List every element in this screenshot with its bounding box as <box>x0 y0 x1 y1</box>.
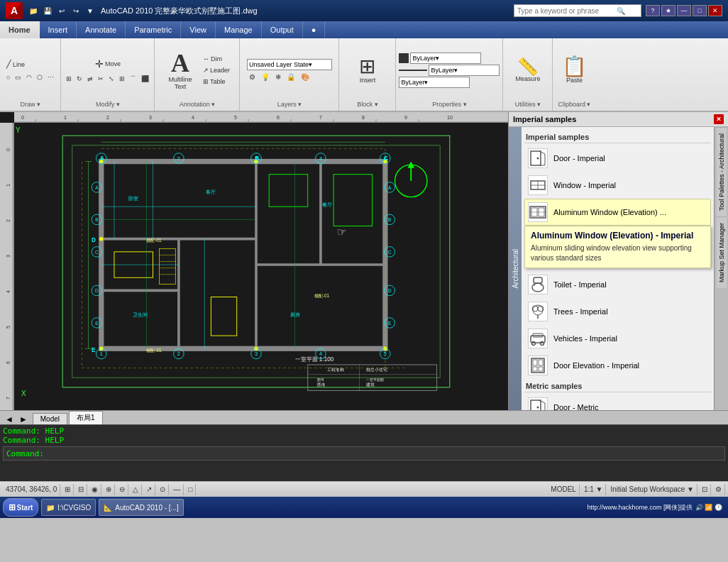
undo-btn[interactable]: ↩ <box>55 4 68 17</box>
layer-freeze-btn[interactable]: ❄ <box>273 72 283 82</box>
door-elevation-item[interactable]: Door Elevation - Imperial <box>524 352 711 379</box>
svg-rect-141 <box>531 151 541 165</box>
multiline-text-btn[interactable]: A Multiline Text <box>162 48 198 92</box>
architectural-tab-label[interactable]: Architectural <box>510 246 521 292</box>
snap-btn[interactable]: ⊞ <box>62 484 74 495</box>
clipboard-group-label[interactable]: Clipboard ▾ <box>556 101 592 109</box>
toolbar-settings-btn[interactable]: ⚙ <box>712 484 725 495</box>
erase-btn[interactable]: ⬛ <box>139 73 151 85</box>
ortho-btn[interactable]: ◉ <box>89 484 101 495</box>
door-metric-item[interactable]: Door - Metric <box>524 394 711 410</box>
tab-manage[interactable]: Manage <box>216 21 262 38</box>
start-button[interactable]: ⊞ Start <box>3 498 38 517</box>
tab-home[interactable]: Home <box>0 21 40 38</box>
tab-annotate[interactable]: Annotate <box>77 21 126 38</box>
window-imperial-item[interactable]: Window - Imperial <box>524 172 711 199</box>
svg-text:A: A <box>95 185 99 190</box>
scale-btn[interactable]: ⤡ <box>106 73 116 85</box>
draw-circle-btn[interactable]: ○ <box>4 72 12 82</box>
draw-rect-btn[interactable]: ▭ <box>13 72 23 82</box>
layout1-tab[interactable]: 布局1 <box>69 411 103 424</box>
star-btn[interactable]: ★ <box>661 5 675 16</box>
move-btn[interactable]: ✛ Move <box>92 56 123 72</box>
draw-arc-btn[interactable]: ◠ <box>24 72 34 82</box>
copy-btn[interactable]: ⊞ <box>64 73 74 85</box>
command-input[interactable] <box>47 449 722 458</box>
model-tab[interactable]: Model <box>33 413 67 424</box>
dimension-btn[interactable]: ↔ Dim <box>201 54 232 64</box>
vehicles-imperial-label: Vehicles - Imperial <box>553 334 617 343</box>
table-btn[interactable]: ⊞ Table <box>201 77 232 87</box>
modify-group-label[interactable]: Modify ▾ <box>64 101 151 109</box>
utilities-group-label[interactable]: Utilities ▾ <box>506 101 549 109</box>
info-btn[interactable]: ? <box>646 5 660 16</box>
layer-lock-btn[interactable]: 🔒 <box>285 72 297 82</box>
door-imperial-item[interactable]: Door - Imperial <box>524 145 711 172</box>
quickaccess-more-btn[interactable]: ▼ <box>84 4 96 17</box>
layer-color-btn[interactable]: 🎨 <box>299 72 311 82</box>
tab-view[interactable]: View <box>181 21 216 38</box>
tab-extra[interactable]: ● <box>303 21 326 38</box>
trees-imperial-item[interactable]: Trees - Imperial <box>524 298 711 325</box>
measure-btn[interactable]: 📏 Measure <box>510 56 546 84</box>
draw-poly-btn[interactable]: ⬡ <box>35 72 45 82</box>
annotation-scale[interactable]: 1:1 ▼ <box>581 484 607 495</box>
tool-palettes-architectural-tab[interactable]: Tool Palettes - Architectural <box>717 127 727 216</box>
tab-parametric[interactable]: Parametric <box>126 21 181 38</box>
markup-set-manager-tab[interactable]: Markup Set Manager <box>717 216 727 288</box>
layout-prev-btn[interactable]: ◄ <box>3 414 16 424</box>
osnap-btn[interactable]: ⊖ <box>116 484 128 495</box>
vehicles-imperial-item[interactable]: Vehicles - Imperial <box>524 325 711 352</box>
viewport-btn[interactable]: ⊡ <box>699 484 711 495</box>
model-display[interactable]: MODEL <box>548 484 580 495</box>
taskbar-item-autocad[interactable]: 📐 AutoCAD 2010 - [...] <box>99 499 184 516</box>
search-input[interactable] <box>517 7 617 15</box>
ducs-btn[interactable]: ↗ <box>143 484 155 495</box>
layer-prop-btn[interactable]: ⚙ <box>247 72 258 82</box>
layers-group-label[interactable]: Layers ▾ <box>243 101 336 109</box>
fillet-btn[interactable]: ⌒ <box>128 73 138 85</box>
properties-group-label[interactable]: Properties ▾ <box>399 101 500 109</box>
dyn-btn[interactable]: ⊙ <box>157 484 169 495</box>
drawing-area[interactable]: 卧室 客厅 餐厅 卫生间 厨房 一室平面 1:100 工程名称 独立小住宅 图名… <box>14 123 498 400</box>
minimize-btn[interactable]: — <box>677 5 691 16</box>
redo-btn[interactable]: ↪ <box>70 4 82 17</box>
palettes-close-btn[interactable]: ✕ <box>714 114 724 124</box>
polar-btn[interactable]: ⊕ <box>103 484 115 495</box>
paste-btn[interactable]: 📋 Paste <box>556 55 592 86</box>
trim-btn[interactable]: ✂ <box>96 73 106 85</box>
bylayer-color-dropdown[interactable]: ByLayer▾ <box>410 53 481 64</box>
canvas-area[interactable]: 0 1 2 3 4 5 6 7 8 9 10 0 <box>0 112 508 410</box>
leader-btn[interactable]: ↗ Leader <box>201 65 232 75</box>
lw-btn[interactable]: — <box>170 484 184 495</box>
save-btn[interactable]: 💾 <box>41 4 54 17</box>
close-btn[interactable]: ✕ <box>708 5 722 16</box>
draw-group-label[interactable]: Draw ▾ <box>3 101 57 109</box>
taskbar-item-cvgiso[interactable]: 📁 I:\CVGISO <box>41 499 96 516</box>
tmodel-btn[interactable]: □ <box>185 484 196 495</box>
array-btn[interactable]: ⊞ <box>117 73 127 85</box>
open-file-btn[interactable]: 📁 <box>27 4 40 17</box>
linetype-preview <box>399 70 427 71</box>
insert-btn[interactable]: ⊞ Insert <box>350 55 385 86</box>
tab-insert[interactable]: Insert <box>40 21 77 38</box>
workspace-display[interactable]: Initial Setup Workspace ▼ <box>607 484 697 495</box>
aluminum-window-item[interactable]: Aluminum Window (Elevation) ... <box>524 199 711 226</box>
mirror-btn[interactable]: ⇌ <box>85 73 95 85</box>
block-group-label[interactable]: Block ▾ <box>342 101 392 109</box>
search-icon[interactable]: 🔍 <box>617 7 625 15</box>
annotation-group-label[interactable]: Annotation ▾ <box>158 101 236 109</box>
draw-more-btn[interactable]: ⋯ <box>45 72 56 82</box>
tab-output[interactable]: Output <box>262 21 303 38</box>
layout-next-btn[interactable]: ► <box>17 414 30 424</box>
bylayer-lineweight-dropdown[interactable]: ByLayer▾ <box>399 77 470 88</box>
grid-btn[interactable]: ⊟ <box>75 484 87 495</box>
toilet-imperial-item[interactable]: Toilet - Imperial <box>524 271 711 298</box>
maximize-btn[interactable]: □ <box>693 5 707 16</box>
bylayer-linetype-dropdown[interactable]: ByLayer▾ <box>429 65 500 76</box>
line-btn[interactable]: ╱ Line <box>4 58 27 70</box>
layer-state-dropdown[interactable]: Unsaved Layer State ▾ <box>247 59 332 70</box>
rotate-btn[interactable]: ↻ <box>75 73 84 85</box>
otrack-btn[interactable]: △ <box>130 484 142 495</box>
layer-on-btn[interactable]: 💡 <box>259 72 272 82</box>
